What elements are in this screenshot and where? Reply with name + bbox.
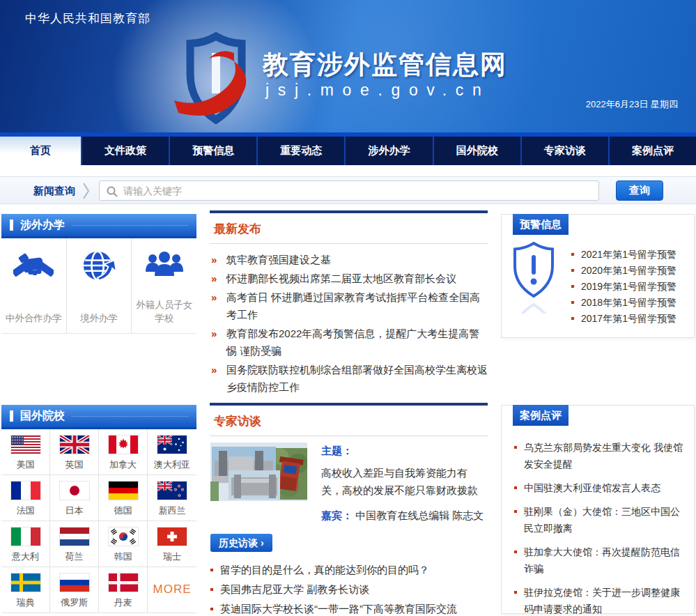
nav-tab-4[interactable]: 涉外办学 — [346, 137, 433, 165]
study-abroad-cell-label: 中外合作办学 — [4, 311, 63, 325]
country-cell-nz[interactable]: 新西兰 — [148, 475, 196, 521]
search-bar: 新闻查询 查询 — [0, 176, 696, 204]
flag-us-icon — [11, 436, 40, 454]
nav-tab-6[interactable]: 专家访谈 — [522, 137, 610, 165]
country-cell-us[interactable]: 美国 — [1, 429, 50, 475]
history-interviews-button[interactable]: 历史访谈 › — [210, 534, 272, 552]
nav-tab-7[interactable]: 案例点评 — [610, 137, 696, 165]
ministry-link[interactable]: 中华人民共和国教育部 — [25, 10, 150, 26]
news-item-2[interactable]: 高考首日 怀进鹏通过国家教育考试指挥平台检查全国高考工作 — [210, 288, 488, 323]
case-item-4[interactable]: 驻伊拉克使馆：关于进一步调整健康码申请要求的通知 — [513, 584, 686, 616]
nav-tab-2[interactable]: 预警信息 — [170, 137, 258, 165]
study-abroad-cell-2[interactable]: 外籍人员子女学校 — [132, 238, 196, 333]
country-cell-gb[interactable]: 英国 — [50, 429, 99, 475]
study-abroad-cells: 中外合作办学境外办学外籍人员子女学校 — [1, 238, 196, 334]
warning-item-1[interactable]: 2020年第1号留学预警 — [571, 263, 688, 279]
country-cell-au[interactable]: 澳大利亚 — [148, 429, 196, 475]
case-item-3[interactable]: 驻加拿大大使馆：再次提醒防范电信诈骗 — [513, 544, 686, 577]
nav-tab-0[interactable]: 首页 — [0, 137, 82, 165]
warning-item-0[interactable]: 2021年第1号留学预警 — [571, 247, 688, 263]
interview-guest: 中国教育在线总编辑 陈志文 — [355, 509, 484, 521]
country-cell-jp[interactable]: 日本 — [50, 475, 99, 521]
nav-tab-3[interactable]: 重要动态 — [258, 137, 346, 165]
search-button[interactable]: 查询 — [616, 180, 663, 201]
header-dotted-line — [72, 225, 188, 226]
flag-dk-icon — [109, 573, 138, 592]
country-cell-ru[interactable]: 俄罗斯 — [50, 567, 99, 613]
study-abroad-cell-0[interactable]: 中外合作办学 — [1, 238, 67, 333]
nav-tab-1[interactable]: 文件政策 — [82, 137, 170, 165]
interview-topic: 高校收入差距与自我筹资能力有关，高校的发展不能只靠财政拨款 — [321, 464, 488, 499]
country-cell-fr[interactable]: 法国 — [1, 475, 50, 521]
interview-title: 专家访谈 — [210, 406, 488, 436]
header-marker — [10, 410, 13, 422]
globe-icon — [80, 275, 118, 286]
flag-ch-icon — [157, 528, 187, 546]
country-cell-it[interactable]: 意大利 — [1, 521, 50, 567]
country-label: 日本 — [50, 505, 98, 517]
case-review-title: 案例点评 — [513, 405, 569, 426]
country-label: 加拿大 — [99, 459, 147, 471]
country-cell-ch[interactable]: 瑞士 — [148, 521, 196, 567]
flag-nl-icon — [60, 528, 89, 546]
search-section-label: 新闻查询 — [33, 185, 75, 198]
country-cell-nl[interactable]: 荷兰 — [50, 521, 99, 567]
more-label: MORE — [148, 573, 196, 606]
country-cell-de[interactable]: 德国 — [99, 475, 148, 521]
header-marker — [10, 220, 13, 231]
flag-nz-icon — [157, 482, 187, 500]
news-item-4[interactable]: 国务院联防联控机制综合组部署做好全国高校学生离校返乡疫情防控工作 — [210, 361, 488, 396]
warning-item-2[interactable]: 2019年第1号留学预警 — [571, 279, 688, 295]
country-label: 瑞士 — [148, 550, 196, 563]
warning-info-box: 预警信息 2021年第1号留学预警2020年第1号留学预警2019年第1号留学预… — [501, 214, 695, 338]
flag-gb-icon — [60, 436, 89, 454]
interview-list: 留学的目的是什么，真的能达到你的目的吗？美国弗吉尼亚大学 副教务长访谈英迪国际大… — [210, 560, 488, 616]
people-group-icon — [145, 270, 184, 282]
site-url: jsj.moe.gov.cn — [265, 81, 490, 100]
case-item-0[interactable]: 乌克兰东部局势发生重大变化 我使馆发安全提醒 — [513, 439, 686, 472]
interview-topic-label: 主题： — [321, 445, 488, 458]
search-input[interactable] — [123, 182, 594, 199]
news-item-0[interactable]: 筑牢教育强国建设之基 — [210, 251, 488, 268]
header-banner: 中华人民共和国教育部 教育涉外监管信息网 jsj.moe.gov.cn 2022… — [0, 0, 696, 132]
study-abroad-cell-label: 外籍人员子女学校 — [134, 298, 194, 325]
interview-guest-line: 嘉宾： 中国教育在线总编辑 陈志文 — [321, 509, 484, 523]
country-cell-kr[interactable]: 韩国 — [99, 521, 148, 567]
main-nav: 首页文件政策预警信息重要动态涉外办学国外院校专家访谈案例点评 — [0, 132, 696, 165]
warning-list: 2021年第1号留学预警2020年第1号留学预警2019年第1号留学预警2018… — [571, 247, 688, 327]
nav-tab-5[interactable]: 国外院校 — [434, 137, 522, 165]
flag-it-icon — [11, 528, 40, 546]
flag-fr-icon — [11, 482, 40, 500]
warning-item-3[interactable]: 2018年第1号留学预警 — [571, 295, 688, 311]
country-more-button[interactable]: MORE — [148, 567, 196, 613]
case-item-2[interactable]: 驻刚果（金）大使馆：三地区中国公民立即撤离 — [513, 503, 686, 537]
search-icon — [106, 185, 118, 201]
flag-ru-icon — [60, 573, 89, 592]
country-label: 意大利 — [1, 550, 49, 563]
country-label: 英国 — [50, 459, 98, 471]
interview-item-1[interactable]: 美国弗吉尼亚大学 副教务长访谈 — [210, 580, 488, 599]
case-item-1[interactable]: 中国驻澳大利亚使馆发言人表态 — [513, 479, 686, 496]
country-label: 俄罗斯 — [50, 596, 98, 609]
header-date: 2022年6月23日 星期四 — [586, 98, 678, 111]
country-cell-ca[interactable]: 加拿大 — [99, 429, 148, 475]
study-abroad-cell-1[interactable]: 境外办学 — [67, 238, 132, 333]
country-label: 德国 — [99, 505, 147, 517]
news-item-1[interactable]: 怀进鹏部长视频出席第二届亚太地区教育部长会议 — [210, 270, 488, 287]
header-dotted-line — [72, 416, 188, 417]
country-cell-se[interactable]: 瑞典 — [1, 567, 50, 613]
site-logo-icon[interactable] — [173, 32, 259, 131]
nav-tabs: 首页文件政策预警信息重要动态涉外办学国外院校专家访谈案例点评 — [0, 137, 696, 165]
interview-item-0[interactable]: 留学的目的是什么，真的能达到你的目的吗？ — [210, 560, 488, 580]
news-item-3[interactable]: 教育部发布2022年高考预警信息，提醒广大考生提高警惕 谨防受骗 — [210, 325, 488, 360]
latest-news-section: 最新发布 筑牢教育强国建设之基怀进鹏部长视频出席第二届亚太地区教育部长会议高考首… — [210, 210, 488, 397]
country-cell-dk[interactable]: 丹麦 — [99, 567, 148, 613]
interview-item-2[interactable]: 英迪国际大学校长谈“一带一路”下高等教育国际交流 — [210, 599, 488, 616]
interview-photo[interactable] — [210, 442, 307, 501]
case-review-box: 案例点评 乌克兰东部局势发生重大变化 我使馆发安全提醒中国驻澳大利亚使馆发言人表… — [501, 405, 695, 614]
country-label: 澳大利亚 — [148, 459, 196, 471]
country-label: 韩国 — [99, 550, 147, 563]
warning-item-4[interactable]: 2017年第1号留学预警 — [571, 311, 688, 327]
flag-ca-icon — [109, 436, 138, 454]
latest-news-list: 筑牢教育强国建设之基怀进鹏部长视频出席第二届亚太地区教育部长会议高考首日 怀进鹏… — [210, 251, 488, 396]
